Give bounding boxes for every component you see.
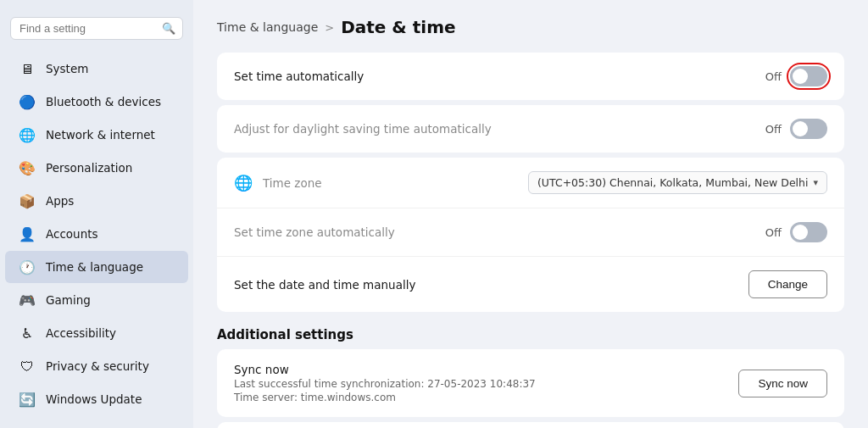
row-timezone: 🌐 Time zone (UTC+05:30) Chennai, Kolkata… — [217, 158, 844, 208]
set-tz-auto-right: Off — [765, 222, 827, 242]
timezone-left: 🌐 Time zone — [234, 174, 322, 192]
card-set-time-auto: Set time automatically Off — [217, 53, 844, 100]
sidebar-item-gaming[interactable]: 🎮 Gaming — [5, 284, 188, 316]
bluetooth-icon: 🔵 — [19, 93, 36, 110]
set-tz-auto-label: Set time zone automatically — [234, 225, 395, 239]
manual-time-label: Set the date and time manually — [234, 278, 415, 292]
sync-detail2: Time server: time.windows.com — [234, 392, 536, 403]
card-timezone: 🌐 Time zone (UTC+05:30) Chennai, Kolkata… — [217, 158, 844, 312]
set-tz-auto-toggle-thumb — [793, 225, 808, 240]
manual-time-right: Change — [748, 270, 827, 298]
sidebar-item-bluetooth[interactable]: 🔵 Bluetooth & devices — [5, 86, 188, 118]
sidebar-label-personalization: Personalization — [46, 161, 132, 175]
daylight-label: Adjust for daylight saving time automati… — [234, 122, 492, 136]
sidebar: 🔍 🖥 System 🔵 Bluetooth & devices 🌐 Netwo… — [0, 0, 193, 428]
sidebar-item-system[interactable]: 🖥 System — [5, 53, 188, 85]
system-icon: 🖥 — [19, 60, 36, 77]
change-button[interactable]: Change — [748, 270, 827, 298]
set-time-auto-toggle-wrapper — [790, 66, 827, 86]
personalization-icon: 🎨 — [19, 159, 36, 176]
sync-now-button[interactable]: Sync now — [738, 370, 827, 397]
sidebar-label-privacy: Privacy & security — [46, 359, 149, 373]
sidebar-label-bluetooth: Bluetooth & devices — [46, 95, 161, 108]
toggle-thumb — [793, 69, 808, 84]
sidebar-label-network: Network & internet — [46, 128, 155, 142]
set-time-auto-right: Off — [765, 66, 827, 86]
sidebar-item-privacy[interactable]: 🛡 Privacy & security — [5, 350, 188, 382]
privacy-icon: 🛡 — [19, 358, 36, 375]
daylight-toggle[interactable] — [790, 119, 827, 139]
sidebar-item-personalization[interactable]: 🎨 Personalization — [5, 152, 188, 184]
card-sync: Sync now Last successful time synchroniz… — [217, 349, 844, 417]
set-time-auto-label: Set time automatically — [234, 69, 364, 83]
row-calendar: Show additional calendars in the taskbar… — [217, 422, 844, 428]
search-input[interactable] — [19, 22, 162, 35]
sidebar-label-system: System — [46, 62, 88, 75]
sidebar-item-time[interactable]: 🕐 Time & language — [5, 251, 188, 283]
set-time-auto-state: Off — [765, 70, 782, 83]
search-icon: 🔍 — [162, 22, 175, 35]
timezone-chevron-icon: ▾ — [813, 177, 818, 188]
set-time-auto-toggle[interactable] — [790, 66, 827, 86]
card-calendar: Show additional calendars in the taskbar… — [217, 422, 844, 428]
sidebar-item-apps[interactable]: 📦 Apps — [5, 185, 188, 217]
breadcrumb-parent[interactable]: Time & language — [217, 20, 318, 34]
main-content: Time & language > Date & time Set time a… — [193, 0, 868, 428]
daylight-right: Off — [765, 119, 827, 139]
additional-settings-title: Additional settings — [217, 327, 844, 342]
search-box[interactable]: 🔍 — [10, 17, 183, 40]
sidebar-label-accounts: Accounts — [46, 227, 98, 241]
sidebar-label-time: Time & language — [46, 260, 143, 274]
timezone-label: Time zone — [263, 176, 322, 190]
row-manual-time: Set the date and time manually Change — [217, 257, 844, 312]
row-sync: Sync now Last successful time synchroniz… — [217, 349, 844, 417]
breadcrumb: Time & language > Date & time — [217, 17, 844, 37]
timezone-icon: 🌐 — [234, 174, 253, 192]
accounts-icon: 👤 — [19, 225, 36, 242]
breadcrumb-current: Date & time — [341, 17, 455, 37]
card-daylight: Adjust for daylight saving time automati… — [217, 105, 844, 153]
gaming-icon: 🎮 — [19, 292, 36, 308]
daylight-toggle-thumb — [793, 121, 808, 136]
sync-info: Sync now Last successful time synchroniz… — [234, 363, 536, 403]
row-set-tz-auto: Set time zone automatically Off — [217, 208, 844, 257]
sidebar-item-update[interactable]: 🔄 Windows Update — [5, 383, 188, 415]
sidebar-label-apps: Apps — [46, 194, 74, 208]
sync-label: Sync now — [234, 363, 536, 376]
breadcrumb-separator: > — [325, 21, 334, 34]
sidebar-label-accessibility: Accessibility — [46, 326, 116, 340]
sidebar-label-gaming: Gaming — [46, 293, 91, 307]
sidebar-item-accessibility[interactable]: ♿ Accessibility — [5, 317, 188, 349]
sync-detail1: Last successful time synchronization: 27… — [234, 378, 536, 390]
update-icon: 🔄 — [19, 391, 36, 408]
row-daylight: Adjust for daylight saving time automati… — [217, 105, 844, 153]
sync-right: Sync now — [738, 370, 827, 397]
time-icon: 🕐 — [19, 258, 36, 275]
daylight-state: Off — [765, 123, 782, 136]
network-icon: 🌐 — [19, 126, 36, 143]
sidebar-item-accounts[interactable]: 👤 Accounts — [5, 218, 188, 250]
accessibility-icon: ♿ — [19, 325, 36, 342]
apps-icon: 📦 — [19, 192, 36, 209]
timezone-select[interactable]: (UTC+05:30) Chennai, Kolkata, Mumbai, Ne… — [528, 171, 827, 194]
sidebar-label-update: Windows Update — [46, 392, 142, 406]
row-set-time-auto: Set time automatically Off — [217, 53, 844, 100]
timezone-value: (UTC+05:30) Chennai, Kolkata, Mumbai, Ne… — [537, 176, 808, 189]
set-tz-auto-state: Off — [765, 226, 782, 239]
sidebar-item-network[interactable]: 🌐 Network & internet — [5, 119, 188, 151]
set-tz-auto-toggle[interactable] — [790, 222, 827, 242]
